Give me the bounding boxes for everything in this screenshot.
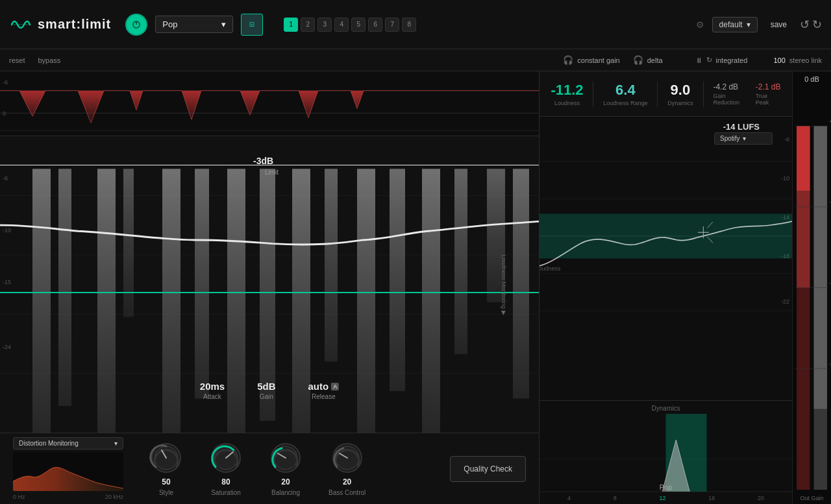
dist-monitor-dropdown[interactable]: Distortion Monitoring ▾ xyxy=(13,437,123,450)
ab-btn-3[interactable]: 3 xyxy=(317,18,332,32)
saturation-knob-svg xyxy=(209,441,243,475)
loudness-axis-label: Loudness xyxy=(540,265,561,271)
dynamics-label: Dynamics xyxy=(667,100,693,106)
true-peak-value: -2.1 dB xyxy=(756,82,781,91)
undo-redo-group: ↺ ↻ xyxy=(800,18,822,32)
ab-buttons: 1 2 3 4 5 6 7 8 xyxy=(284,18,416,32)
ab-btn-6[interactable]: 6 xyxy=(368,18,382,32)
variant-button[interactable]: ⊡ xyxy=(241,14,263,36)
loudness-monitoring-label: Loudness Monitoring ▶ xyxy=(500,254,506,315)
bypass-button[interactable]: bypass xyxy=(38,56,60,64)
balancing-knob[interactable] xyxy=(269,441,303,475)
true-peak-label: TruePeak xyxy=(756,93,781,106)
logo-icon xyxy=(9,13,32,36)
meters-row: -11.2 Loudness 6.4 Loudness Range 9.0 Dy… xyxy=(540,71,792,117)
ab-btn-7[interactable]: 7 xyxy=(385,18,399,32)
dynamics-section: Dynamics 4 8 12 16 20 xyxy=(540,400,792,504)
vertical-meter-bars: -6 -10 -16 -24 xyxy=(795,86,828,490)
out-gain-label: Out Gain xyxy=(793,492,831,504)
settings-icon[interactable]: ⚙ xyxy=(696,19,704,30)
preset-default-dropdown[interactable]: default ▾ xyxy=(712,17,758,32)
dynamics-meter: 9.0 Dynamics xyxy=(667,82,693,106)
delta-label[interactable]: delta xyxy=(647,56,663,64)
dynamics-x-labels: 4 8 12 16 20 xyxy=(546,495,786,501)
saturation-value: 80 xyxy=(221,477,230,486)
saturation-label: Saturation xyxy=(211,489,241,496)
style-knob-group: 50 Style xyxy=(149,441,183,496)
distortion-monitor: Distortion Monitoring ▾ xyxy=(13,437,123,500)
pause-icon[interactable]: ⏸ xyxy=(695,56,702,64)
stereo-value: 100 xyxy=(774,56,786,64)
vertical-meter-svg xyxy=(795,86,828,490)
attack-value[interactable]: 20ms xyxy=(200,381,225,392)
bottom-panel: Distortion Monitoring ▾ xyxy=(0,433,539,504)
stereo-link-label[interactable]: stereo link xyxy=(789,56,822,64)
integrated-group: ⏸ ↻ integrated xyxy=(695,56,748,64)
ab-btn-4[interactable]: 4 xyxy=(334,18,349,32)
bass-control-knob-group: 20 Bass Control xyxy=(329,441,366,496)
left-panel: -6 0 xyxy=(0,71,539,504)
attack-control: 20ms Attack xyxy=(200,381,225,400)
bass-control-knob[interactable] xyxy=(330,441,364,475)
loudness-label: Loudness xyxy=(554,100,580,106)
ab-btn-1[interactable]: 1 xyxy=(284,18,298,32)
loudness-value: -11.2 xyxy=(551,82,583,99)
loudness-meter: -11.2 Loudness xyxy=(551,82,583,106)
balancing-knob-svg xyxy=(269,441,303,475)
waveform-scale-0: 0 xyxy=(3,110,6,117)
gain-label: Gain xyxy=(260,393,273,400)
waveform-svg xyxy=(0,71,539,136)
waveform-area: -6 0 xyxy=(0,71,539,136)
constant-gain-group: 🎧 constant gain xyxy=(563,55,619,65)
ab-btn-8[interactable]: 8 xyxy=(402,18,416,32)
balancing-knob-group: 20 Balancing xyxy=(269,441,303,496)
reset-button[interactable]: reset xyxy=(9,56,25,64)
style-knob[interactable] xyxy=(149,441,183,475)
logo: smart:limit xyxy=(9,13,111,36)
gain-control: 5dB Gain xyxy=(257,381,275,400)
teal-threshold-line xyxy=(0,292,539,293)
pop-label: Pop xyxy=(660,483,673,491)
saturation-knob[interactable] xyxy=(209,441,243,475)
gain-value[interactable]: 5dB xyxy=(257,381,275,392)
integrated-label: integrated xyxy=(716,56,748,64)
style-value: 50 xyxy=(162,477,170,486)
meter-separator-2 xyxy=(657,81,658,107)
svg-rect-56 xyxy=(814,126,827,409)
power-button[interactable] xyxy=(125,14,147,36)
loudness-graph-svg xyxy=(540,117,792,400)
loudness-range-meter: 6.4 Loudness Range xyxy=(603,82,647,106)
style-label: Style xyxy=(159,489,173,496)
redo-button[interactable]: ↻ xyxy=(812,18,822,32)
ab-btn-2[interactable]: 2 xyxy=(301,18,315,32)
release-control: auto A Release xyxy=(308,381,340,400)
vertical-meters-panel: 0 dB -6 xyxy=(792,71,831,504)
toolbar: reset bypass 🎧 constant gain 🎧 delta ⏸ ↻… xyxy=(0,49,831,71)
dist-freq-labels: 0 Hz 20 kHz xyxy=(13,494,123,500)
save-button[interactable]: save xyxy=(765,18,792,32)
undo-button[interactable]: ↺ xyxy=(800,18,810,32)
headphone-icon-1: 🎧 xyxy=(563,55,573,65)
attack-label: Attack xyxy=(203,393,221,400)
out-gain-value: 0 dB xyxy=(793,71,831,83)
limit-value-label: -3dB xyxy=(253,156,273,166)
app-title: smart:limit xyxy=(38,17,111,32)
quality-check-button[interactable]: Quality Check xyxy=(450,456,526,482)
header: smart:limit Pop ▾ ⊡ 1 2 3 4 5 6 7 8 ⚙ de… xyxy=(0,0,831,49)
stereo-group: 100 stereo link xyxy=(774,56,823,64)
meter-separator-3 xyxy=(703,81,704,107)
release-value[interactable]: auto xyxy=(308,381,329,392)
style-knob-svg xyxy=(149,441,183,475)
ab-btn-5[interactable]: 5 xyxy=(351,18,366,32)
bass-control-knob-svg xyxy=(330,441,364,475)
preset-dropdown[interactable]: Pop ▾ xyxy=(155,16,233,33)
waveform-scale-minus6: -6 xyxy=(3,79,8,86)
gain-reduction-meter: -4.2 dB GainReduction xyxy=(713,82,739,106)
distortion-graph xyxy=(13,452,123,491)
cycle-icon[interactable]: ↻ xyxy=(706,56,712,64)
constant-gain-label[interactable]: constant gain xyxy=(577,56,619,64)
limit-sublabel: Limit xyxy=(265,169,279,176)
svg-rect-54 xyxy=(797,126,810,191)
dynamics-section-label: Dynamics xyxy=(652,405,680,412)
saturation-knob-group: 80 Saturation xyxy=(209,441,243,496)
